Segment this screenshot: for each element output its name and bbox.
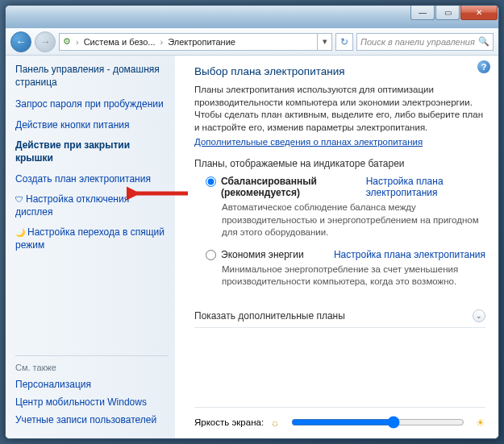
- brightness-slider[interactable]: [291, 416, 464, 429]
- minimize-button[interactable]: —: [410, 6, 435, 20]
- sidebar-sublink-accounts[interactable]: Учетные записи пользователей: [15, 414, 169, 425]
- sidebar-sublink-mobility[interactable]: Центр мобильности Windows: [15, 396, 169, 408]
- plan-balanced-title: Сбалансированный (рекомендуется): [221, 176, 361, 198]
- brightness-footer: Яркость экрана: ☼ ☀: [194, 407, 485, 432]
- plan-saver: Экономия энергии Настройка плана электро…: [206, 249, 485, 288]
- control-panel-window: — ▭ ✕ ← → ⚙ › Система и безо... › Электр…: [5, 5, 499, 439]
- sidebar-item-display-off[interactable]: Настройка отключения дисплея: [15, 193, 169, 218]
- toolbar: ← → ⚙ › Система и безо... › Электропитан…: [6, 28, 498, 56]
- brightness-slider-wrap: [286, 414, 469, 430]
- breadcrumb-segment-2[interactable]: Электропитание: [165, 37, 239, 47]
- help-icon[interactable]: ?: [477, 60, 490, 73]
- plan-balanced-config-link[interactable]: Настройка плана электропитания: [366, 176, 485, 198]
- search-input[interactable]: Поиск в панели управления 🔍: [356, 33, 494, 51]
- show-more-plans[interactable]: Показать дополнительные планы ⌄: [194, 309, 485, 328]
- sun-bright-icon: ☀: [476, 417, 485, 429]
- titlebar: — ▭ ✕: [6, 6, 498, 28]
- search-placeholder: Поиск в панели управления: [360, 37, 478, 47]
- search-icon: 🔍: [478, 36, 489, 47]
- sidebar-sublink-personalization[interactable]: Персонализация: [15, 379, 169, 390]
- close-button[interactable]: ✕: [460, 6, 498, 20]
- sidebar-item-power-button[interactable]: Действие кнопки питания: [15, 119, 169, 132]
- sidebar: Панель управления - домашняя страница За…: [6, 56, 175, 438]
- sidebar-item-sleep[interactable]: Настройка перехода в спящий режим: [15, 226, 169, 251]
- breadcrumb-dropdown[interactable]: ▾: [317, 34, 331, 50]
- sidebar-home-link[interactable]: Панель управления - домашняя страница: [15, 64, 169, 89]
- more-info-link[interactable]: Дополнительные сведения о планах электро…: [194, 137, 485, 147]
- page-title: Выбор плана электропитания: [194, 65, 485, 77]
- refresh-button[interactable]: ↻: [335, 33, 353, 51]
- maximize-button[interactable]: ▭: [435, 6, 460, 20]
- chevron-down-icon: ⌄: [473, 309, 485, 322]
- plans-header: Планы, отображаемые на индикаторе батаре…: [194, 158, 485, 169]
- page-description: Планы электропитания используются для оп…: [194, 84, 485, 134]
- forward-button[interactable]: →: [35, 31, 56, 52]
- sidebar-seealso-header: См. также: [15, 355, 169, 372]
- sidebar-item-create-plan[interactable]: Создать план электропитания: [15, 173, 169, 186]
- plan-saver-radio[interactable]: [206, 250, 216, 260]
- plan-balanced-desc: Автоматическое соблюдение баланса между …: [222, 201, 485, 239]
- plan-saver-config-link[interactable]: Настройка плана электропитания: [334, 249, 485, 260]
- brightness-label: Яркость экрана:: [194, 417, 264, 427]
- plan-balanced-radio[interactable]: [206, 176, 216, 187]
- plan-balanced: Сбалансированный (рекомендуется) Настрой…: [206, 176, 485, 239]
- show-more-plans-label: Показать дополнительные планы: [194, 310, 345, 322]
- sidebar-item-lid-close[interactable]: Действие при закрытии крышки: [15, 139, 169, 164]
- sidebar-item-password-wake[interactable]: Запрос пароля при пробуждении: [15, 98, 169, 111]
- breadcrumb-icon: ⚙: [60, 36, 74, 47]
- plan-saver-desc: Минимальное энергопотребление за счет ум…: [222, 263, 485, 288]
- sun-dim-icon: ☼: [270, 417, 280, 429]
- breadcrumb[interactable]: ⚙ › Система и безо... › Электропитание ▾: [59, 33, 332, 51]
- back-button[interactable]: ←: [10, 31, 31, 52]
- plan-saver-title: Экономия энергии: [221, 249, 304, 260]
- window-buttons: — ▭ ✕: [410, 6, 498, 20]
- breadcrumb-segment-1[interactable]: Система и безо...: [81, 37, 159, 47]
- breadcrumb-sep: ›: [159, 37, 165, 47]
- main-content: ? Выбор плана электропитания Планы элект…: [175, 56, 498, 438]
- body: Панель управления - домашняя страница За…: [6, 56, 498, 438]
- breadcrumb-sep: ›: [74, 37, 81, 47]
